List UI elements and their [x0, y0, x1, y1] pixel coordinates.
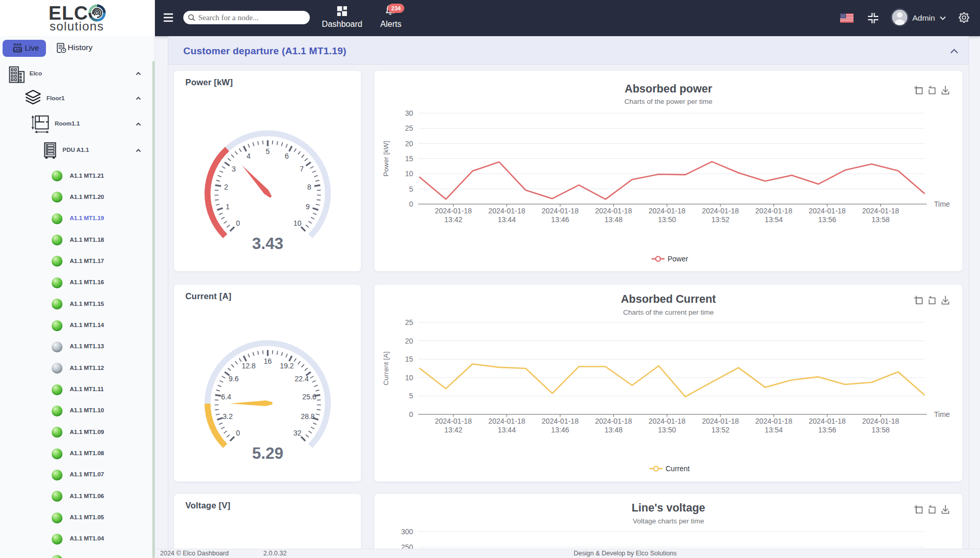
- svg-text:Time: Time: [934, 200, 950, 208]
- svg-text:13:56: 13:56: [818, 215, 836, 224]
- svg-text:5: 5: [409, 392, 413, 400]
- svg-text:Current [A]: Current [A]: [382, 351, 390, 385]
- svg-text:2024-01-18: 2024-01-18: [435, 207, 472, 215]
- svg-text:20: 20: [405, 140, 413, 148]
- svg-text:5: 5: [266, 147, 270, 156]
- svg-text:0: 0: [236, 429, 240, 437]
- svg-text:0: 0: [409, 410, 413, 419]
- svg-text:2024-01-18: 2024-01-18: [809, 207, 846, 215]
- svg-text:2024-01-18: 2024-01-18: [862, 207, 899, 215]
- svg-text:13:48: 13:48: [605, 426, 623, 434]
- svg-text:13:54: 13:54: [765, 215, 783, 224]
- svg-text:25: 25: [405, 124, 413, 132]
- svg-text:2024-01-18: 2024-01-18: [702, 207, 739, 215]
- svg-text:0: 0: [236, 219, 240, 227]
- svg-text:2024-01-18: 2024-01-18: [755, 207, 793, 215]
- svg-text:13:44: 13:44: [498, 426, 516, 434]
- svg-text:Voltage charts per time: Voltage charts per time: [633, 517, 704, 525]
- svg-text:8: 8: [307, 183, 311, 191]
- svg-text:13:48: 13:48: [605, 215, 623, 224]
- svg-text:13:46: 13:46: [551, 215, 569, 224]
- svg-text:Absorbed power: Absorbed power: [625, 83, 713, 95]
- svg-text:5: 5: [409, 185, 413, 193]
- svg-text:2024-01-18: 2024-01-18: [542, 207, 579, 215]
- svg-text:10: 10: [405, 169, 413, 178]
- svg-text:3.2: 3.2: [223, 412, 233, 421]
- svg-text:Power [kW]: Power [kW]: [382, 141, 390, 176]
- svg-text:28.8: 28.8: [301, 412, 314, 421]
- svg-text:10: 10: [293, 219, 302, 227]
- svg-text:Charts of the power per time: Charts of the power per time: [624, 98, 712, 105]
- svg-text:10: 10: [405, 374, 413, 382]
- svg-text:Time: Time: [934, 410, 950, 419]
- svg-text:2024-01-18: 2024-01-18: [595, 417, 633, 425]
- svg-text:2024-01-18: 2024-01-18: [649, 417, 686, 425]
- svg-text:3: 3: [232, 165, 236, 173]
- svg-text:4: 4: [247, 152, 251, 160]
- svg-text:1: 1: [226, 203, 230, 211]
- svg-text:Current: Current: [666, 464, 690, 473]
- svg-text:19.2: 19.2: [280, 362, 294, 370]
- svg-text:20: 20: [405, 337, 413, 345]
- svg-text:6.4: 6.4: [221, 393, 231, 401]
- svg-text:Power: Power: [668, 255, 688, 263]
- svg-text:16: 16: [264, 357, 272, 365]
- svg-text:13:52: 13:52: [712, 215, 730, 224]
- svg-text:6: 6: [285, 152, 289, 160]
- svg-text:LIVE: LIVE: [14, 48, 22, 52]
- svg-text:13:58: 13:58: [872, 426, 890, 434]
- svg-text:13:56: 13:56: [818, 426, 836, 434]
- svg-text:2024-01-18: 2024-01-18: [862, 417, 899, 425]
- svg-text:13:44: 13:44: [498, 215, 516, 224]
- svg-text:13:50: 13:50: [658, 215, 676, 224]
- svg-text:2024-01-18: 2024-01-18: [809, 417, 846, 425]
- svg-text:2024-01-18: 2024-01-18: [595, 207, 633, 215]
- svg-text:2024-01-18: 2024-01-18: [702, 417, 739, 425]
- svg-text:9.6: 9.6: [229, 375, 239, 383]
- svg-text:25.6: 25.6: [302, 393, 316, 401]
- svg-text:2024-01-18: 2024-01-18: [488, 417, 526, 425]
- svg-text:Charts of the current per time: Charts of the current per time: [623, 308, 714, 316]
- svg-text:5.29: 5.29: [252, 444, 283, 462]
- svg-text:3.43: 3.43: [252, 235, 283, 253]
- svg-text:2024-01-18: 2024-01-18: [755, 417, 793, 425]
- svg-text:2: 2: [224, 183, 228, 191]
- svg-text:13:46: 13:46: [551, 426, 569, 434]
- svg-text:13:42: 13:42: [444, 215, 462, 224]
- svg-text:13:54: 13:54: [765, 426, 783, 434]
- svg-text:13:42: 13:42: [444, 426, 462, 434]
- svg-text:22.4: 22.4: [295, 375, 309, 383]
- svg-text:32: 32: [293, 429, 302, 437]
- svg-text:25: 25: [405, 318, 413, 327]
- svg-text:Line's voltage: Line's voltage: [631, 502, 705, 514]
- svg-text:15: 15: [405, 355, 413, 363]
- svg-text:0: 0: [409, 200, 413, 208]
- svg-text:13:58: 13:58: [872, 215, 890, 224]
- svg-text:7: 7: [300, 165, 304, 173]
- svg-text:30: 30: [405, 109, 413, 117]
- svg-text:300: 300: [401, 528, 414, 536]
- svg-text:2024-01-18: 2024-01-18: [435, 417, 472, 425]
- svg-text:13:50: 13:50: [658, 426, 676, 434]
- svg-text:15: 15: [405, 154, 413, 163]
- svg-text:2024-01-18: 2024-01-18: [649, 207, 686, 215]
- svg-text:13:52: 13:52: [712, 426, 730, 434]
- svg-text:9: 9: [306, 203, 310, 211]
- svg-text:2024-01-18: 2024-01-18: [488, 207, 526, 215]
- svg-text:12.8: 12.8: [242, 362, 256, 370]
- svg-text:2024-01-18: 2024-01-18: [542, 417, 579, 425]
- svg-text:Absorbed Current: Absorbed Current: [621, 293, 716, 305]
